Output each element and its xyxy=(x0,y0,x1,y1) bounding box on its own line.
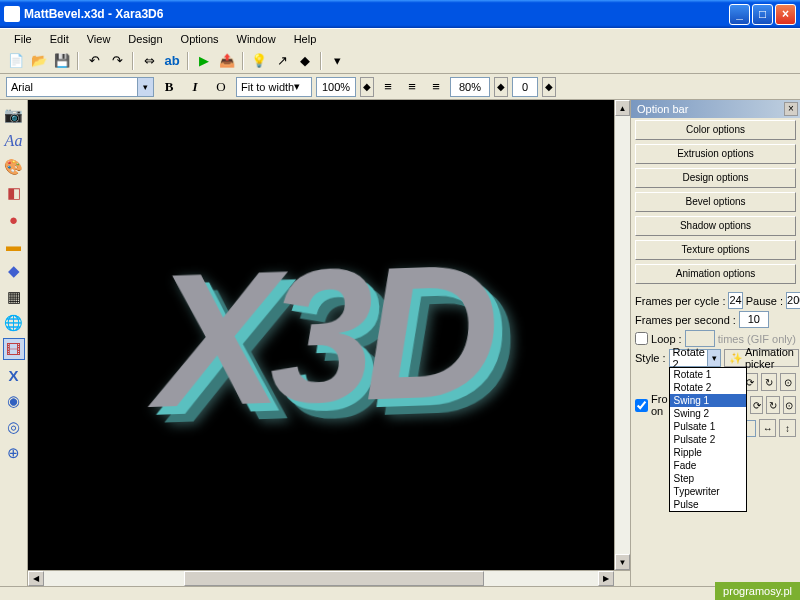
globe-icon[interactable]: 🌐 xyxy=(3,312,25,334)
shadow-options-button[interactable]: Shadow options xyxy=(635,216,796,236)
pause-input[interactable]: 200cs xyxy=(786,292,800,309)
fit-select[interactable]: Fit to width ▾ xyxy=(236,77,312,97)
app-icon xyxy=(4,6,20,22)
animation-picker-button[interactable]: ✨ Animation picker xyxy=(724,349,799,367)
style-option[interactable]: Swing 2 xyxy=(670,407,746,420)
style-option[interactable]: Fade xyxy=(670,459,746,472)
font-select[interactable]: Arial ▾ xyxy=(6,77,154,97)
sphere-icon[interactable]: ● xyxy=(3,208,25,230)
redo-button[interactable]: ↷ xyxy=(107,51,127,71)
wave-h-button[interactable]: ↔ xyxy=(759,419,776,437)
style-option[interactable]: Ripple xyxy=(670,446,746,459)
menubar: File Edit View Design Options Window Hel… xyxy=(0,28,800,48)
style-option[interactable]: Pulsate 2 xyxy=(670,433,746,446)
style-option[interactable]: Step xyxy=(670,472,746,485)
design-options-button[interactable]: Design options xyxy=(635,168,796,188)
export2-icon[interactable]: ⊕ xyxy=(3,442,25,464)
kerning-input[interactable]: 0 xyxy=(512,77,538,97)
style-select[interactable]: Rotate 2 ▾ Rotate 1 Rotate 2 Swing 1 Swi… xyxy=(669,349,721,367)
cube-icon[interactable]: ◧ xyxy=(3,182,25,204)
italic-button[interactable]: I xyxy=(184,77,206,97)
fps-input[interactable]: 10 xyxy=(739,311,769,328)
style-option[interactable]: Swing 1 xyxy=(670,394,746,407)
light-reset-button[interactable]: ⊙ xyxy=(783,396,796,414)
panel-close-button[interactable]: × xyxy=(784,102,798,116)
light-z-button[interactable]: ↻ xyxy=(766,396,779,414)
scroll-up-button[interactable]: ▲ xyxy=(615,100,630,116)
bulb-icon[interactable]: 💡 xyxy=(249,51,269,71)
scroll-track[interactable] xyxy=(615,116,630,554)
outline-button[interactable]: O xyxy=(210,77,232,97)
minimize-button[interactable]: _ xyxy=(729,4,750,25)
style-option[interactable]: Pulse xyxy=(670,498,746,511)
menu-options[interactable]: Options xyxy=(173,31,227,47)
dropdown-button[interactable]: ▾ xyxy=(327,51,347,71)
undo-button[interactable]: ↶ xyxy=(84,51,104,71)
camera-icon[interactable]: 📷 xyxy=(3,104,25,126)
palette-icon[interactable]: 🎨 xyxy=(3,156,25,178)
style-option[interactable]: Rotate 1 xyxy=(670,368,746,381)
scroll-track[interactable] xyxy=(484,571,598,586)
horizontal-scrollbar[interactable]: ◀ ▶ xyxy=(28,570,614,586)
front-checkbox[interactable] xyxy=(635,399,648,412)
light-y-button[interactable]: ⟳ xyxy=(750,396,763,414)
align-center-button[interactable]: ≡ xyxy=(402,77,422,97)
animation-options-button[interactable]: Animation options xyxy=(635,264,796,284)
cursor-button[interactable]: ↗ xyxy=(272,51,292,71)
menu-design[interactable]: Design xyxy=(120,31,170,47)
loop-count-input xyxy=(685,330,715,347)
texture-icon[interactable]: ▦ xyxy=(3,286,25,308)
align-button[interactable]: ⇔ xyxy=(139,51,159,71)
close-button[interactable]: × xyxy=(775,4,796,25)
menu-edit[interactable]: Edit xyxy=(42,31,77,47)
tracking-spinner[interactable]: ◆ xyxy=(494,77,508,97)
loop-label: Loop : xyxy=(651,333,682,345)
maximize-button[interactable]: □ xyxy=(752,4,773,25)
bevel-options-button[interactable]: Bevel options xyxy=(635,192,796,212)
animation-icon[interactable]: 🎞 xyxy=(3,338,25,360)
extrusion-options-button[interactable]: Extrusion options xyxy=(635,144,796,164)
text-tool-button[interactable]: ab xyxy=(162,51,182,71)
preview-icon[interactable]: ◉ xyxy=(3,390,25,412)
bevel-icon[interactable]: ▬ xyxy=(3,234,25,256)
play-button[interactable]: ▶ xyxy=(194,51,214,71)
menu-file[interactable]: File xyxy=(6,31,40,47)
rot-z-button[interactable]: ↻ xyxy=(761,373,777,391)
scroll-down-button[interactable]: ▼ xyxy=(615,554,630,570)
zoom-spinner[interactable]: ◆ xyxy=(360,77,374,97)
tracking-input[interactable]: 80% xyxy=(450,77,490,97)
fpc-input[interactable]: 24 xyxy=(728,292,742,309)
zoom-input[interactable]: 100% xyxy=(316,77,356,97)
rot-reset-button[interactable]: ⊙ xyxy=(780,373,796,391)
shape-button[interactable]: ◆ xyxy=(295,51,315,71)
new-button[interactable]: 📄 xyxy=(6,51,26,71)
style-option[interactable]: Rotate 2 xyxy=(670,381,746,394)
bold-button[interactable]: B xyxy=(158,77,180,97)
scroll-right-button[interactable]: ▶ xyxy=(598,571,614,586)
align-left-button[interactable]: ≡ xyxy=(378,77,398,97)
diamond-icon[interactable]: ◆ xyxy=(3,260,25,282)
open-button[interactable]: 📂 xyxy=(29,51,49,71)
kerning-spinner[interactable]: ◆ xyxy=(542,77,556,97)
scroll-left-button[interactable]: ◀ xyxy=(28,571,44,586)
save-button[interactable]: 💾 xyxy=(52,51,72,71)
text-icon[interactable]: Aa xyxy=(3,130,25,152)
menu-window[interactable]: Window xyxy=(229,31,284,47)
style-option[interactable]: Pulsate 1 xyxy=(670,420,746,433)
export-button[interactable]: 📤 xyxy=(217,51,237,71)
vertical-scrollbar[interactable]: ▲ ▼ xyxy=(614,100,630,570)
menu-view[interactable]: View xyxy=(79,31,119,47)
style-option[interactable]: Typewriter xyxy=(670,485,746,498)
loop-checkbox[interactable] xyxy=(635,332,648,345)
x-logo-icon[interactable]: X xyxy=(3,364,25,386)
render-icon[interactable]: ◎ xyxy=(3,416,25,438)
menu-help[interactable]: Help xyxy=(286,31,325,47)
canvas[interactable]: X3D xyxy=(28,100,614,570)
align-right-button[interactable]: ≡ xyxy=(426,77,446,97)
toolbar-format: Arial ▾ B I O Fit to width ▾ 100% ◆ ≡ ≡ … xyxy=(0,74,800,100)
wave-v-button[interactable]: ↕ xyxy=(779,419,796,437)
color-options-button[interactable]: Color options xyxy=(635,120,796,140)
texture-options-button[interactable]: Texture options xyxy=(635,240,796,260)
option-bar-panel: Option bar × Color options Extrusion opt… xyxy=(630,100,800,586)
scroll-thumb[interactable] xyxy=(184,571,484,586)
